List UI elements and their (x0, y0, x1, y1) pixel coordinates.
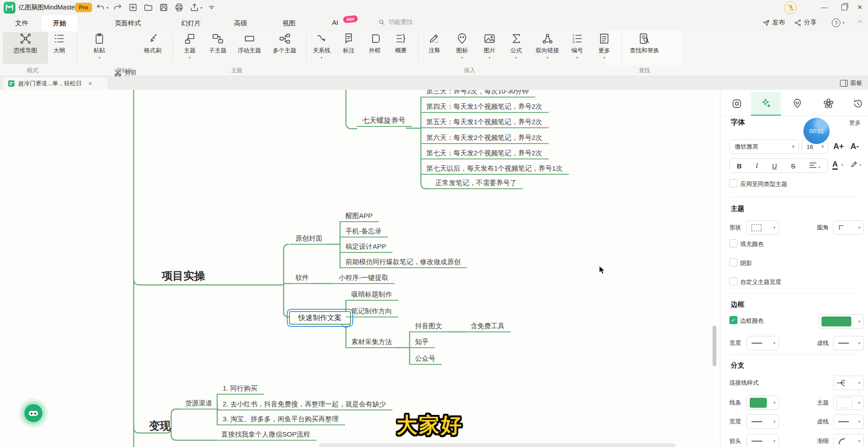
save-button[interactable] (159, 3, 168, 12)
ribbon-outline-button[interactable]: 大纲 (53, 33, 65, 55)
node-douyin[interactable]: 抖音图文 (410, 321, 448, 332)
node-direct-sop[interactable]: 直接找我拿个人微信SOP流程 (216, 430, 317, 441)
font-decrease-button[interactable]: A- (850, 142, 859, 151)
branch-topic-color-select[interactable]: ▾ (833, 396, 864, 410)
open-file-button[interactable] (144, 3, 153, 12)
node-cover[interactable]: 原创封面 (290, 234, 329, 245)
border-color-checkbox[interactable]: ✓ (729, 316, 737, 324)
feature-search[interactable]: 功能查找 (378, 18, 413, 26)
node-software[interactable]: 软件 (290, 273, 315, 284)
ribbon-topic-button[interactable]: 主题 ▾ (184, 33, 196, 59)
menu-file[interactable]: 文件 (15, 19, 28, 28)
panel-tab-clipart[interactable] (814, 92, 843, 115)
ribbon-find-replace-button[interactable]: 查找和替换 (630, 33, 659, 55)
node-memo[interactable]: 手机-备忘录 (340, 227, 388, 237)
canvas-vertical-scrollbar[interactable] (713, 326, 716, 366)
minimize-button[interactable]: — (821, 4, 827, 11)
help-button[interactable]: ? ▾ (832, 19, 845, 27)
node-day6[interactable]: 第六天：每天发2个视频笔记，养号2次 (421, 133, 549, 144)
node-xingtu[interactable]: 醒图APP (340, 211, 379, 222)
branch-width-select[interactable]: ▾ (747, 414, 779, 429)
node-day3[interactable]: 第三天：养号2次，每次10-30分钟 (421, 90, 535, 98)
ribbon-format-painter-button[interactable]: 格式刷 (144, 33, 162, 55)
ribbon-boundary-button[interactable]: 外框 (369, 33, 381, 55)
ribbon-subtopic-button[interactable]: 子主题 (209, 33, 227, 55)
ribbon-formula-button[interactable]: 公式 ▾ (510, 33, 523, 59)
mindmap-canvas[interactable]: 七天螺旋养号 第三天：养号2次，每次10-30分钟 第四天：每天发1个视频笔记，… (0, 90, 720, 447)
user-avatar[interactable]: 飞 (784, 1, 797, 14)
ribbon-mindmap-button[interactable]: 思维导图 (14, 33, 37, 55)
shadow-checkbox[interactable] (729, 258, 737, 266)
ribbon-paste-button[interactable]: 粘贴 ▾ (93, 33, 106, 59)
arrow-select[interactable]: ▾ (747, 434, 779, 447)
ribbon-comment-button[interactable]: 注释 (429, 33, 441, 55)
panel-tab-history[interactable] (843, 92, 868, 115)
strikethrough-button[interactable]: S (791, 162, 795, 170)
node-day4[interactable]: 第四天：每天发1个视频笔记，养号2次 (421, 102, 549, 113)
publish-button[interactable]: 发布 (762, 19, 785, 27)
customize-toolbar-icon[interactable] (207, 3, 216, 12)
menu-page-style[interactable]: 页面样式 (115, 19, 141, 28)
custom-width-checkbox[interactable] (729, 277, 737, 285)
node-gongzhonghao[interactable]: 公众号 (410, 354, 442, 365)
export-button[interactable] (190, 3, 199, 12)
branch-line-color-select[interactable]: ▾ (747, 396, 779, 410)
shape-select[interactable]: ▾ (747, 220, 779, 235)
panel-tab-magic[interactable] (751, 92, 780, 115)
ribbon-callout-button[interactable]: 标注 (343, 33, 355, 55)
node-day5[interactable]: 第五天：每天发1个视频笔记，养号2次 (421, 117, 549, 128)
font-increase-button[interactable]: A+ (833, 142, 844, 151)
document-tab[interactable]: 超冷门赛道...单，轻松日 ✕ (3, 77, 107, 90)
node-material-method[interactable]: 素材采集方法 (346, 337, 398, 348)
node-supply-1[interactable]: 1. 同行购买 (217, 384, 264, 395)
branch-dash-select[interactable]: ▾ (833, 414, 864, 429)
node-note-direction[interactable]: 笔记制作方向 (346, 307, 398, 317)
node-imitate[interactable]: 前期模仿同行爆款笔记，修改做成原创 (340, 257, 467, 268)
font-more-link[interactable]: 更多 (849, 119, 861, 127)
panel-tab-sticker[interactable] (783, 92, 812, 115)
ribbon-relationship-button[interactable]: 关系线 ▾ (313, 33, 331, 59)
node-monetize[interactable]: 变现 (149, 419, 171, 433)
font-family-select[interactable]: 微软雅黑▼ (729, 140, 799, 154)
menu-advanced[interactable]: 高级 (234, 19, 247, 28)
ribbon-bidirectional-link-button[interactable]: 双向链接 ▾ (536, 33, 559, 59)
node-supply-3[interactable]: 3. 淘宝、拼多多，闲鱼平台购买再整理 (217, 414, 345, 425)
node-day7[interactable]: 第七天：每天发2个视频笔记，养号2次 (421, 149, 549, 159)
print-button[interactable] (174, 3, 184, 12)
ribbon-numbering-button[interactable]: 123 编号 ▾ (571, 33, 583, 59)
share-button[interactable]: 分享 (794, 19, 817, 27)
fill-color-checkbox[interactable] (729, 239, 737, 247)
panel-tab-style[interactable] (722, 92, 751, 115)
node-supply-channel[interactable]: 货源渠道 (180, 399, 219, 410)
border-dash-select[interactable]: ▾ (833, 336, 864, 350)
border-color-select[interactable]: ▾ (819, 314, 864, 329)
connector-style-select[interactable]: ▾ (833, 376, 864, 390)
undo-dropdown-caret[interactable]: ▾ (107, 6, 108, 10)
redo-button[interactable] (113, 3, 122, 12)
node-supply-2[interactable]: 2. 去小红书，抖音免费搜，再整理一起，就是会有缺少 (217, 400, 392, 410)
menu-slides[interactable]: 幻灯片 (181, 19, 201, 28)
node-gaoding[interactable]: 稿定设计APP (340, 242, 392, 253)
node-copywriting-selected[interactable]: 快速制作文案 (289, 311, 351, 325)
collapse-ribbon-button[interactable] (857, 19, 863, 25)
ribbon-floating-topic-button[interactable]: 浮动主题 (238, 33, 261, 55)
ribbon-more-button[interactable]: 更多 ▾ (598, 33, 611, 59)
ribbon-icon-button[interactable]: 图标 ▾ (456, 33, 468, 59)
italic-button[interactable]: I (756, 162, 758, 170)
close-button[interactable]: ✕ (857, 4, 863, 11)
taper-select[interactable]: ▾ (833, 434, 864, 447)
font-color-button[interactable]: A (832, 160, 838, 170)
ai-assistant-button[interactable] (19, 399, 48, 428)
export-dropdown-caret[interactable]: ▾ (201, 6, 202, 10)
maximize-button[interactable] (841, 5, 847, 10)
node-zhihu[interactable]: 知乎 (410, 337, 435, 348)
menu-view[interactable]: 视图 (283, 19, 296, 28)
align-button[interactable]: ▾ (809, 162, 820, 170)
corner-select[interactable]: ▾ (833, 220, 864, 235)
bold-button[interactable]: B (737, 162, 742, 170)
node-project[interactable]: 项目实操 (162, 269, 205, 283)
underline-button[interactable]: U (772, 162, 777, 170)
ribbon-multi-topic-button[interactable]: 多个主题 (273, 33, 296, 55)
new-file-button[interactable] (128, 3, 138, 12)
node-miniprogram[interactable]: 小程序-一键提取 (333, 273, 395, 284)
